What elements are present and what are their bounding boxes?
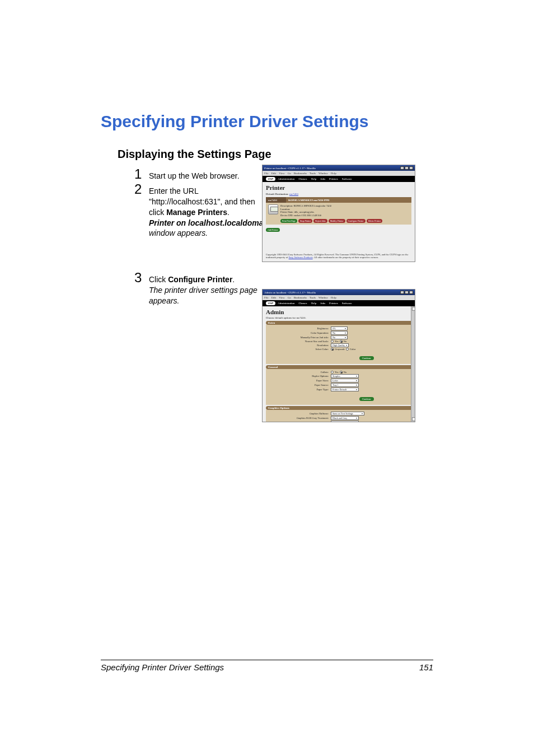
window-title: Admin on localhost - CUPS v1.1.17 - Mozi…: [264, 291, 316, 294]
label: Resolution:: [269, 344, 331, 347]
paper-type-select[interactable]: Printer Default: [331, 388, 359, 391]
menu-go[interactable]: Go: [288, 172, 291, 175]
admin-page-body: Admin Choose default options for mc7450.…: [263, 306, 415, 422]
default-dest-label: Default Destination:: [266, 193, 289, 195]
nav-help[interactable]: Help: [309, 301, 318, 305]
admin-inner: Admin Choose default options for mc7450.…: [263, 306, 415, 422]
duplex-select[interactable]: Simplex: [331, 374, 359, 378]
step-text: Enter the URL "http://localhost:631", an…: [149, 183, 272, 239]
radio-label: Yes: [335, 371, 339, 374]
print-test-page-button[interactable]: Print Test Page: [280, 219, 297, 223]
menu-view[interactable]: View: [279, 172, 285, 175]
nearest-size-no-radio[interactable]: [340, 340, 343, 343]
menu-go[interactable]: Go: [288, 296, 291, 299]
printer-model-cell: KONICA MINOLTA mc7450 PPD: [286, 197, 411, 203]
collate-yes-radio[interactable]: [331, 371, 334, 374]
menu-view[interactable]: View: [279, 296, 285, 299]
nav-jobs[interactable]: Jobs: [318, 301, 327, 305]
menu-help[interactable]: Help: [331, 172, 336, 175]
delete-printer-button[interactable]: Delete Printer: [367, 219, 382, 223]
row-manual-2nd-side: Manually Print on 2nd side:No: [269, 335, 408, 339]
window-controls: [400, 166, 413, 170]
continue-button[interactable]: Continue: [359, 356, 373, 360]
minimize-icon[interactable]: [400, 291, 404, 294]
menu-edit[interactable]: Edit: [271, 296, 276, 299]
window-titlebar: Printer on localhost - CUPS v1.1.17 - Mo…: [263, 165, 415, 171]
nav-printers[interactable]: Printers: [327, 177, 340, 181]
configure-printer-button[interactable]: Configure Printer: [346, 219, 366, 223]
minimize-icon[interactable]: [400, 166, 404, 170]
screenshot-printer-page: Printer on localhost - CUPS v1.1.17 - Mo…: [262, 165, 415, 262]
esp-logo: ESP: [266, 301, 275, 305]
esp-logo: ESP: [266, 177, 275, 181]
row-duplex: Duplex Options:Simplex: [269, 374, 408, 378]
graphics-rgb-gray-select[interactable]: Black and Gray: [331, 416, 359, 420]
select-color-color-radio[interactable]: [346, 348, 349, 351]
menu-help[interactable]: Help: [331, 296, 336, 299]
nav-classes[interactable]: Classes: [297, 177, 308, 181]
resolution-select[interactable]: High Quality: [331, 343, 349, 347]
value: socket://192.168.1.249/100: [294, 214, 321, 217]
row-select-color: Select Color:GrayscaleColor: [269, 348, 408, 351]
reject-jobs-button[interactable]: Reject Jobs: [313, 219, 327, 223]
nav-software[interactable]: Software: [340, 177, 354, 181]
paper-source-select[interactable]: Tray 1: [331, 383, 359, 387]
menu-window[interactable]: Window: [318, 172, 328, 175]
menu-tools[interactable]: Tools: [310, 296, 316, 299]
label: Graphics RGB Intent:: [269, 421, 331, 422]
nav-printers[interactable]: Printers: [327, 301, 340, 305]
maximize-icon[interactable]: [405, 166, 409, 170]
nav-help[interactable]: Help: [309, 177, 318, 181]
printer-name-cell[interactable]: mc7450: [266, 197, 286, 203]
copyright-link[interactable]: Easy Software Products: [289, 256, 313, 259]
section-extra-header: Extra: [266, 321, 411, 325]
nearest-size-yes-radio[interactable]: [331, 340, 334, 343]
graphics-rgb-intent-select[interactable]: (none): [331, 421, 359, 422]
menu-file[interactable]: File: [264, 296, 269, 299]
maximize-icon[interactable]: [405, 291, 409, 294]
graphics-halftone-select[interactable]: Same as Text Settings: [331, 412, 364, 416]
add-printer-button[interactable]: Add Printer: [266, 228, 280, 232]
continue-button[interactable]: Continue: [359, 397, 373, 401]
nav-administration[interactable]: Administration: [276, 301, 296, 305]
label: Color Separation:: [269, 332, 331, 334]
nav-software[interactable]: Software: [340, 301, 354, 305]
step-number: 2: [134, 183, 149, 196]
menu-tools[interactable]: Tools: [310, 172, 316, 175]
printer-icon: [268, 204, 278, 214]
collate-no-radio[interactable]: [340, 371, 343, 374]
text-italic: window appears.: [149, 228, 208, 237]
menu-file[interactable]: File: [264, 172, 269, 175]
cups-nav: ESP Administration Classes Help Jobs Pri…: [263, 176, 415, 182]
menu-bookmarks[interactable]: Bookmarks: [294, 296, 307, 299]
label: Brightness:: [269, 327, 331, 330]
stop-printer-button[interactable]: Stop Printer: [298, 219, 312, 223]
section-subtitle: Displaying the Settings Page: [118, 148, 433, 161]
printer-page-body: Printer Default Destination: mc7450 mc74…: [263, 182, 415, 262]
value: KONICA MINOLTA magicolor 7450: [293, 204, 331, 207]
color-separation-select[interactable]: No: [331, 331, 348, 335]
close-icon[interactable]: [409, 291, 413, 294]
menu-edit[interactable]: Edit: [271, 172, 276, 175]
label: Paper Source:: [269, 384, 331, 386]
menu-window[interactable]: Window: [318, 296, 328, 299]
manual-2nd-side-select[interactable]: No: [331, 335, 348, 339]
modify-printer-button[interactable]: Modify Printer: [329, 219, 345, 223]
nav-classes[interactable]: Classes: [297, 301, 308, 305]
scrollbar[interactable]: [411, 306, 415, 422]
brightness-select[interactable]: 0%: [331, 326, 348, 330]
default-dest-link[interactable]: mc7450: [289, 193, 298, 195]
section-general-body: Collate:YesNo Duplex Options:Simplex Pap…: [266, 369, 411, 405]
nav-jobs[interactable]: Jobs: [318, 177, 327, 181]
label: Paper Type:: [269, 388, 331, 391]
close-icon[interactable]: [409, 166, 413, 170]
copyright-part-b: . All other trademarks are the property …: [313, 256, 379, 259]
row-collate: Collate:YesNo: [269, 371, 408, 374]
paper-sizes-select[interactable]: Letter: [331, 379, 359, 382]
row-paper-source: Paper Source:Tray 1: [269, 383, 408, 387]
select-color-grayscale-radio[interactable]: [331, 348, 334, 351]
step-text: Click Configure Printer. The printer dri…: [149, 271, 272, 306]
label: Nearest Size and Scale:: [269, 340, 331, 343]
nav-administration[interactable]: Administration: [276, 177, 296, 181]
menu-bookmarks[interactable]: Bookmarks: [294, 172, 307, 175]
